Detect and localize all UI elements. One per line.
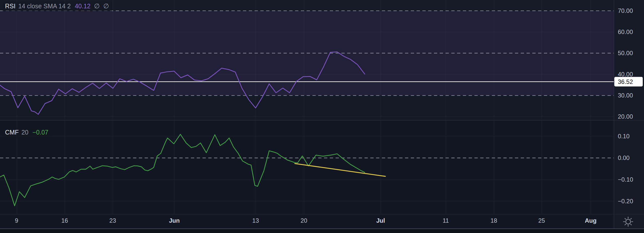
time-axis-label: 13: [252, 217, 259, 224]
rsi-axis-label: 40.00: [618, 71, 633, 78]
cmf-indicator-value: −0.07: [32, 129, 48, 136]
rsi-indicator-params: 14 close SMA 14 2: [18, 3, 71, 10]
cmf-axis-label: −0.20: [618, 198, 633, 205]
empty-set-icon: ∅: [103, 3, 109, 10]
indicator-panel: 70.0060.0050.0040.0030.0020.000.100.00−0…: [0, 0, 644, 233]
rsi-indicator-title[interactable]: RSI 14 close SMA 14 2 40.12 ∅ ∅: [3, 2, 112, 11]
time-axis-month-label: Jul: [376, 217, 385, 224]
rsi-axis-label: 50.00: [618, 50, 633, 56]
cmf-pane[interactable]: [0, 120, 614, 214]
time-axis-label: 11: [443, 217, 449, 224]
time-axis-label: 9: [15, 217, 18, 224]
rsi-axis-label: 20.00: [618, 113, 633, 120]
rsi-axis-label: 70.00: [618, 7, 633, 14]
cmf-axis-label: 0.00: [618, 154, 630, 161]
cmf-indicator-params: 20: [21, 129, 28, 136]
time-axis-label: 16: [61, 217, 68, 224]
cmf-axis-label: 0.10: [618, 133, 630, 140]
cmf-axis-label: −0.10: [618, 176, 633, 183]
chart-canvas[interactable]: 70.0060.0050.0040.0030.0020.000.100.00−0…: [0, 0, 644, 233]
rsi-indicator-value: 40.12: [75, 3, 91, 10]
rsi-axis-label: 30.00: [618, 92, 633, 99]
time-axis-label: 18: [491, 217, 497, 224]
last-value-price-tag: 36.52: [614, 77, 643, 86]
svg-text:36.52: 36.52: [618, 78, 633, 85]
cmf-indicator-name: CMF: [5, 129, 19, 136]
time-axis-label: 25: [538, 217, 545, 224]
time-axis-label: 23: [109, 217, 116, 224]
empty-set-icon: ∅: [94, 3, 100, 10]
cmf-indicator-title[interactable]: CMF 20 −0.07: [3, 128, 51, 138]
rsi-indicator-name: RSI: [5, 3, 16, 10]
time-axis-month-label: Aug: [585, 217, 597, 224]
time-axis-label: 20: [301, 217, 307, 224]
rsi-pane[interactable]: [0, 0, 614, 120]
rsi-axis-label: 60.00: [618, 28, 633, 35]
time-axis-month-label: Jun: [169, 217, 180, 224]
footer-strip: [0, 229, 644, 233]
